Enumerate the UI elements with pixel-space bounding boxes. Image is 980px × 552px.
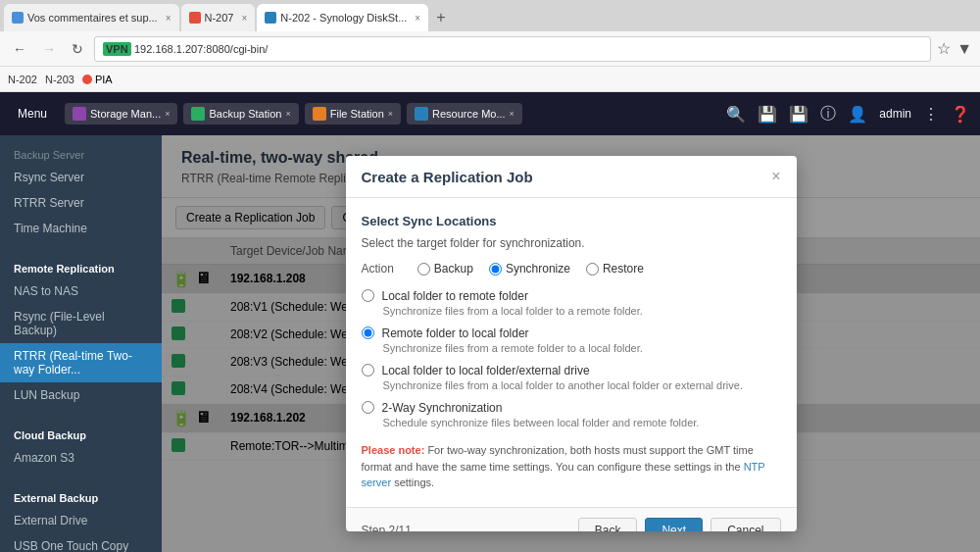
- modal-close-button[interactable]: ×: [771, 168, 780, 185]
- browser-tab-2[interactable]: N-207 ×: [181, 4, 256, 31]
- browser-tab-bar: Vos commentaires et sup... × N-207 × N-2…: [0, 0, 980, 31]
- sidebar-item-usb-one-touch[interactable]: USB One Touch Copy: [0, 533, 162, 552]
- sidebar: Backup Server Rsync Server RTRR Server T…: [0, 135, 162, 552]
- sync-option-remote-to-local: Remote folder to local folder Synchroniz…: [362, 326, 781, 354]
- sync-remote-local-desc: Synchronize files from a remote folder t…: [383, 342, 781, 354]
- sidebar-item-time-machine[interactable]: Time Machine: [0, 216, 162, 241]
- address-bar[interactable]: VPN 192.168.1.207:8080/cgi-bin/: [94, 36, 931, 62]
- admin-button[interactable]: admin: [879, 107, 911, 121]
- star-icon[interactable]: ☆: [937, 39, 951, 58]
- backup-tab-close[interactable]: ×: [285, 109, 290, 119]
- help-icon[interactable]: ❓: [951, 105, 970, 124]
- next-button[interactable]: Next: [645, 518, 703, 531]
- browser-tab-1[interactable]: Vos commentaires et sup... ×: [4, 4, 179, 31]
- new-tab-button[interactable]: +: [430, 9, 451, 26]
- bookmark-n203[interactable]: N-203: [45, 74, 74, 85]
- modal-dialog: Create a Replication Job × Select Sync L…: [346, 156, 797, 531]
- info-icon[interactable]: ⓘ: [820, 104, 836, 125]
- usb-one-touch-label: USB One Touch Copy: [14, 539, 128, 552]
- action-label: Action: [362, 262, 394, 276]
- note-suffix: settings.: [394, 477, 434, 488]
- rtrr-server-label: RTRR Server: [14, 196, 84, 210]
- back-button[interactable]: Back: [578, 518, 638, 531]
- sidebar-item-nas-to-nas[interactable]: NAS to NAS: [0, 278, 162, 304]
- app-tab-file[interactable]: File Station ×: [305, 103, 401, 125]
- forward-button[interactable]: →: [37, 39, 61, 59]
- tab-close-2[interactable]: ×: [241, 13, 247, 24]
- bookmark-pia[interactable]: PIA: [82, 74, 113, 85]
- file-tab-close[interactable]: ×: [388, 109, 393, 119]
- sidebar-section-title-external: External Backup: [0, 486, 162, 508]
- more-icon[interactable]: ⋮: [923, 105, 939, 124]
- sync-two-way-radio[interactable]: [362, 401, 374, 414]
- tab-label-2: N-207: [205, 12, 234, 24]
- modal-section-title: Select Sync Locations: [362, 214, 781, 228]
- sync-local-local-radio[interactable]: [362, 364, 374, 376]
- sidebar-section-title-cloud: Cloud Backup: [0, 424, 162, 445]
- app-tab-storage[interactable]: Storage Man... ×: [65, 103, 177, 125]
- upload-icon[interactable]: 💾: [758, 105, 777, 124]
- back-button[interactable]: ←: [8, 39, 31, 59]
- modal-header: Create a Replication Job ×: [346, 156, 797, 198]
- modal-body: Select Sync Locations Select the target …: [346, 198, 797, 507]
- remote-replication-section-label: Remote Replication: [14, 263, 115, 275]
- app-menu-button[interactable]: Menu: [10, 103, 55, 125]
- sidebar-item-amazon-s3[interactable]: Amazon S3: [0, 445, 162, 471]
- backup-tab-label: Backup Station: [209, 108, 281, 120]
- sidebar-item-rsync-file[interactable]: Rsync (File-Level Backup): [0, 304, 162, 343]
- resource-tab-label: Resource Mo...: [432, 108, 506, 120]
- resource-tab-close[interactable]: ×: [510, 109, 514, 119]
- action-restore-radio[interactable]: [586, 263, 599, 276]
- app-tab-backup[interactable]: Backup Station ×: [183, 103, 298, 125]
- bookmark-n202[interactable]: N-202: [8, 74, 37, 85]
- cancel-button[interactable]: Cancel: [710, 518, 780, 531]
- sync-remote-local-radio[interactable]: [362, 326, 374, 339]
- sync-local-remote-desc: Synchronize files from a local folder to…: [383, 305, 781, 317]
- storage-tab-close[interactable]: ×: [165, 109, 170, 119]
- action-backup-option[interactable]: Backup: [417, 262, 473, 276]
- action-backup-label: Backup: [434, 262, 473, 276]
- note-label: Please note:: [362, 444, 425, 456]
- sidebar-item-rtrr-server[interactable]: RTRR Server: [0, 190, 162, 216]
- tab-favicon-1: [12, 12, 24, 24]
- browser-tab-3[interactable]: N-202 - Synology DiskSt... ×: [257, 4, 428, 31]
- search-icon[interactable]: 🔍: [726, 105, 746, 124]
- amazon-s3-label: Amazon S3: [14, 451, 74, 465]
- action-backup-radio[interactable]: [417, 263, 430, 276]
- app-tab-resource[interactable]: Resource Mo... ×: [407, 103, 522, 125]
- person-icon[interactable]: 👤: [848, 105, 867, 124]
- sync-remote-local-label: Remote folder to local folder: [382, 326, 529, 340]
- backup-server-section-label: Backup Server: [14, 149, 84, 161]
- refresh-button[interactable]: ↻: [67, 39, 88, 59]
- sidebar-item-rtrr[interactable]: RTRR (Real-time Two-way Folder...: [0, 343, 162, 382]
- vpn-badge: VPN: [103, 42, 131, 56]
- action-restore-label: Restore: [603, 262, 644, 276]
- sidebar-item-external-drive[interactable]: External Drive: [0, 508, 162, 533]
- extensions-icon[interactable]: ▼: [956, 40, 972, 58]
- sidebar-item-rsync-server[interactable]: Rsync Server: [0, 165, 162, 190]
- backup-tab-icon: [191, 107, 205, 121]
- sync-two-way-desc: Schedule synchronize files between local…: [383, 417, 781, 428]
- main-content: Backup Server Rsync Server RTRR Server T…: [0, 135, 980, 552]
- storage-tab-icon: [73, 107, 86, 121]
- rtrr-label: RTRR (Real-time Two-way Folder...: [14, 349, 148, 376]
- sidebar-section-remote-replication: Remote Replication NAS to NAS Rsync (Fil…: [0, 249, 162, 416]
- modal-overlay: Create a Replication Job × Select Sync L…: [162, 135, 980, 552]
- rsync-file-label: Rsync (File-Level Backup): [14, 310, 148, 337]
- content-area: Real-time, two-way shared ... RTRR (Real…: [162, 135, 980, 552]
- tab-label-1: Vos commentaires et sup...: [27, 12, 158, 24]
- sidebar-section-cloud-backup: Cloud Backup Amazon S3: [0, 416, 162, 478]
- sync-option-local-to-remote: Local folder to remote folder Synchroniz…: [362, 289, 781, 317]
- action-synchronize-option[interactable]: Synchronize: [489, 262, 570, 276]
- modal-footer: Step 2/11 Back Next Cancel: [346, 507, 797, 531]
- tab-close-1[interactable]: ×: [166, 13, 172, 24]
- sync-option-two-way: 2-Way Synchronization Schedule synchroni…: [362, 401, 781, 428]
- address-text: 192.168.1.207:8080/cgi-bin/: [134, 43, 268, 55]
- action-synchronize-radio[interactable]: [489, 263, 502, 276]
- action-restore-option[interactable]: Restore: [586, 262, 644, 276]
- tab-close-3[interactable]: ×: [415, 13, 420, 24]
- download-icon[interactable]: 💾: [789, 105, 808, 124]
- sync-local-remote-radio[interactable]: [362, 289, 374, 302]
- sidebar-item-lun-backup[interactable]: LUN Backup: [0, 382, 162, 408]
- sync-two-way-label: 2-Way Synchronization: [382, 401, 503, 415]
